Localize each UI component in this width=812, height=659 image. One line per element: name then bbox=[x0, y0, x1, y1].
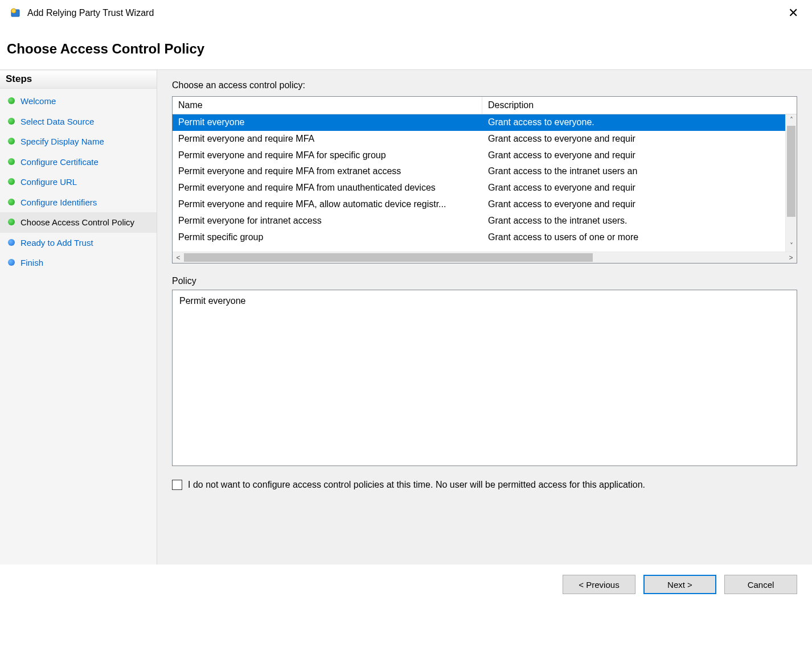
steps-sidebar: Steps WelcomeSelect Data SourceSpecify D… bbox=[0, 70, 157, 565]
step-bullet-icon bbox=[8, 178, 15, 185]
policy-detail-label: Policy bbox=[172, 276, 797, 286]
steps-header: Steps bbox=[0, 71, 157, 89]
previous-button[interactable]: < Previous bbox=[563, 575, 635, 594]
skip-policy-label: I do not want to configure access contro… bbox=[188, 479, 645, 491]
step-label: Configure URL bbox=[20, 176, 77, 188]
policy-row[interactable]: Permit everyone and require MFA for spec… bbox=[173, 147, 785, 164]
policy-detail-text: Permit everyone bbox=[179, 296, 246, 306]
scroll-down-icon[interactable]: ˅ bbox=[786, 240, 797, 252]
step-bullet-icon bbox=[8, 199, 15, 205]
step-item[interactable]: Configure Identifiers bbox=[0, 192, 157, 213]
vertical-scrollbar[interactable]: ˄ ˅ bbox=[785, 114, 797, 252]
policy-name-cell: Permit everyone and require MFA, allow a… bbox=[173, 196, 482, 213]
wizard-buttons: < Previous Next > Cancel bbox=[0, 565, 812, 594]
policy-row[interactable]: Permit specific groupGrant access to use… bbox=[173, 229, 785, 246]
scroll-thumb[interactable] bbox=[787, 126, 795, 217]
policy-desc-cell: Grant access to the intranet users. bbox=[482, 213, 785, 229]
column-header-name[interactable]: Name bbox=[173, 97, 482, 114]
step-bullet-icon bbox=[8, 138, 15, 145]
next-button[interactable]: Next > bbox=[643, 575, 716, 594]
step-label: Specify Display Name bbox=[20, 136, 104, 147]
policy-name-cell: Permit everyone and require MFA bbox=[173, 131, 482, 147]
step-bullet-icon bbox=[8, 259, 15, 266]
step-item[interactable]: Select Data Source bbox=[0, 112, 157, 132]
policy-desc-cell: Grant access to the intranet users an bbox=[482, 163, 785, 180]
skip-policy-checkbox[interactable] bbox=[172, 480, 182, 490]
policy-detail-box: Permit everyone bbox=[172, 290, 797, 466]
step-item[interactable]: Configure URL bbox=[0, 172, 157, 192]
step-label: Select Data Source bbox=[20, 116, 94, 127]
listview-header: Name Description bbox=[173, 97, 797, 114]
policy-desc-cell: Grant access to everyone. bbox=[482, 114, 785, 131]
step-label: Welcome bbox=[20, 96, 56, 107]
policy-list-label: Choose an access control policy: bbox=[172, 80, 797, 90]
close-button[interactable]: ✕ bbox=[784, 6, 803, 20]
step-bullet-icon bbox=[8, 97, 15, 104]
policy-name-cell: Permit everyone bbox=[173, 114, 482, 131]
skip-policy-checkbox-row[interactable]: I do not want to configure access contro… bbox=[172, 479, 797, 491]
scroll-up-icon[interactable]: ˄ bbox=[786, 114, 797, 126]
policy-name-cell: Permit everyone and require MFA from una… bbox=[173, 180, 482, 196]
hscroll-thumb[interactable] bbox=[184, 253, 593, 262]
policy-row[interactable]: Permit everyone and require MFA from ext… bbox=[173, 163, 785, 180]
step-item[interactable]: Welcome bbox=[0, 91, 157, 112]
policy-desc-cell: Grant access to everyone and requir bbox=[482, 196, 785, 213]
step-label: Finish bbox=[20, 257, 43, 269]
policy-row[interactable]: Permit everyone and require MFAGrant acc… bbox=[173, 131, 785, 147]
step-item[interactable]: Configure Certificate bbox=[0, 152, 157, 172]
main-panel: Choose an access control policy: Name De… bbox=[157, 70, 812, 565]
policy-listview: Name Description Permit everyoneGrant ac… bbox=[172, 96, 797, 263]
column-header-description[interactable]: Description bbox=[482, 97, 797, 114]
step-item[interactable]: Choose Access Control Policy bbox=[0, 212, 157, 233]
step-bullet-icon bbox=[8, 158, 15, 165]
page-heading: Choose Access Control Policy bbox=[0, 25, 812, 69]
step-label: Configure Certificate bbox=[20, 156, 99, 168]
svg-point-1 bbox=[11, 9, 16, 13]
policy-desc-cell: Grant access to users of one or more bbox=[482, 229, 785, 246]
policy-row[interactable]: Permit everyone and require MFA from una… bbox=[173, 180, 785, 196]
policy-name-cell: Permit specific group bbox=[173, 229, 482, 246]
step-item[interactable]: Ready to Add Trust bbox=[0, 233, 157, 253]
policy-name-cell: Permit everyone and require MFA for spec… bbox=[173, 147, 482, 164]
step-item[interactable]: Specify Display Name bbox=[0, 131, 157, 152]
app-icon bbox=[10, 7, 22, 19]
step-label: Configure Identifiers bbox=[20, 197, 97, 208]
step-bullet-icon bbox=[8, 239, 15, 246]
cancel-button[interactable]: Cancel bbox=[724, 575, 797, 594]
step-item[interactable]: Finish bbox=[0, 253, 157, 273]
policy-row[interactable]: Permit everyoneGrant access to everyone. bbox=[173, 114, 785, 131]
step-bullet-icon bbox=[8, 219, 15, 225]
window-title: Add Relying Party Trust Wizard bbox=[27, 8, 784, 18]
horizontal-scrollbar[interactable]: < > bbox=[173, 252, 797, 263]
policy-name-cell: Permit everyone for intranet access bbox=[173, 213, 482, 229]
scroll-left-icon[interactable]: < bbox=[173, 254, 184, 262]
step-label: Ready to Add Trust bbox=[20, 237, 93, 249]
policy-desc-cell: Grant access to everyone and requir bbox=[482, 180, 785, 196]
policy-desc-cell: Grant access to everyone and requir bbox=[482, 131, 785, 147]
scroll-right-icon[interactable]: > bbox=[785, 254, 797, 262]
policy-row[interactable]: Permit everyone and require MFA, allow a… bbox=[173, 196, 785, 213]
step-bullet-icon bbox=[8, 118, 15, 125]
policy-name-cell: Permit everyone and require MFA from ext… bbox=[173, 163, 482, 180]
titlebar: Add Relying Party Trust Wizard ✕ bbox=[0, 0, 812, 25]
policy-row[interactable]: Permit everyone for intranet accessGrant… bbox=[173, 213, 785, 229]
step-label: Choose Access Control Policy bbox=[20, 217, 134, 228]
policy-desc-cell: Grant access to everyone and requir bbox=[482, 147, 785, 164]
